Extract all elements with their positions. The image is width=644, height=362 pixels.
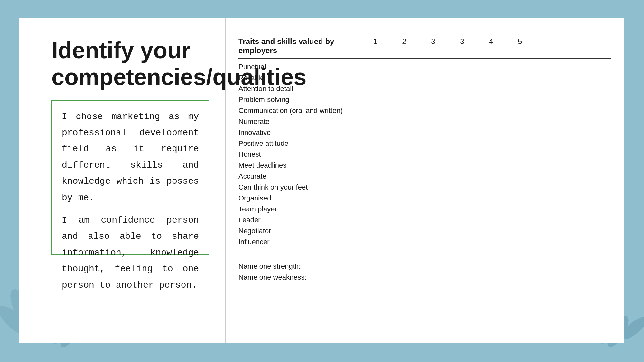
trait-name: Influencer bbox=[238, 238, 361, 246]
trait-cell bbox=[361, 150, 390, 159]
trait-cell bbox=[419, 107, 448, 115]
table-row: Numerate bbox=[238, 116, 611, 127]
trait-cell bbox=[506, 205, 535, 213]
trait-cell bbox=[477, 216, 506, 224]
trait-name: Organised bbox=[238, 194, 361, 202]
slide-title: Identify your competencies/qualities bbox=[51, 37, 209, 90]
trait-cell bbox=[361, 85, 390, 93]
trait-cell bbox=[361, 205, 390, 213]
trait-cell bbox=[477, 128, 506, 137]
trait-cell bbox=[390, 107, 419, 115]
trait-name: Problem-solving bbox=[238, 96, 361, 104]
text-box: I chose marketing as my professional dev… bbox=[51, 100, 209, 255]
trait-cell bbox=[448, 161, 477, 170]
trait-cell bbox=[390, 216, 419, 224]
trait-cell bbox=[477, 74, 506, 82]
strength-label: Name one strength: bbox=[238, 262, 611, 271]
trait-cell bbox=[361, 139, 390, 148]
trait-name: Innovative bbox=[238, 128, 361, 137]
trait-cell bbox=[419, 227, 448, 235]
trait-cell bbox=[390, 238, 419, 246]
trait-cell bbox=[361, 183, 390, 191]
trait-cell bbox=[477, 238, 506, 246]
summary-section: Name one strength: Name one weakness: bbox=[238, 261, 611, 282]
trait-cell bbox=[448, 128, 477, 137]
table-row: Meet deadlines bbox=[238, 160, 611, 171]
trait-cell bbox=[477, 63, 506, 71]
trait-cell bbox=[448, 205, 477, 213]
trait-cell bbox=[448, 216, 477, 224]
left-panel: Identify your competencies/qualities I c… bbox=[19, 18, 225, 343]
trait-cell bbox=[419, 238, 448, 246]
trait-cell bbox=[506, 63, 535, 71]
trait-cell bbox=[390, 96, 419, 104]
trait-cell bbox=[390, 161, 419, 170]
trait-cell bbox=[361, 194, 390, 202]
trait-cell bbox=[419, 117, 448, 126]
trait-cell bbox=[419, 172, 448, 181]
table-row: Problem-solving bbox=[238, 94, 611, 105]
trait-cell bbox=[419, 96, 448, 104]
trait-cell bbox=[390, 139, 419, 148]
trait-cell bbox=[390, 205, 419, 213]
trait-cell bbox=[477, 172, 506, 181]
trait-cell bbox=[477, 96, 506, 104]
table-row: Negotiator bbox=[238, 226, 611, 237]
trait-cell bbox=[419, 63, 448, 71]
trait-name: Honest bbox=[238, 150, 361, 159]
trait-cell bbox=[477, 183, 506, 191]
trait-cell bbox=[506, 128, 535, 137]
trait-cell bbox=[506, 96, 535, 104]
table-row: Accurate bbox=[238, 171, 611, 182]
text-paragraph-2: I am confidence person and also able to … bbox=[62, 212, 199, 293]
trait-name: Accurate bbox=[238, 172, 361, 181]
trait-cell bbox=[419, 161, 448, 170]
trait-cell bbox=[506, 172, 535, 181]
trait-cell bbox=[419, 150, 448, 159]
col-3b-header: 3 bbox=[448, 37, 477, 55]
trait-name: Meet deadlines bbox=[238, 161, 361, 170]
trait-cell bbox=[419, 139, 448, 148]
slide-container: Identify your competencies/qualities I c… bbox=[19, 18, 624, 343]
trait-cell bbox=[448, 63, 477, 71]
trait-cell bbox=[506, 161, 535, 170]
trait-cell bbox=[390, 150, 419, 159]
trait-cell bbox=[448, 117, 477, 126]
trait-name: Can think on your feet bbox=[238, 183, 361, 191]
trait-cell bbox=[361, 227, 390, 235]
trait-cell bbox=[419, 183, 448, 191]
trait-cell bbox=[448, 150, 477, 159]
trait-cell bbox=[506, 216, 535, 224]
trait-cell bbox=[506, 227, 535, 235]
trait-cell bbox=[361, 63, 390, 71]
col-3a-header: 3 bbox=[419, 37, 448, 55]
trait-cell bbox=[448, 96, 477, 104]
trait-cell bbox=[448, 172, 477, 181]
trait-cell bbox=[361, 238, 390, 246]
trait-cell bbox=[390, 74, 419, 82]
table-row: Influencer bbox=[238, 237, 611, 247]
trait-cell bbox=[390, 172, 419, 181]
trait-cell bbox=[448, 74, 477, 82]
trait-cell bbox=[361, 107, 390, 115]
trait-cell bbox=[419, 85, 448, 93]
table-row: Communication (oral and written) bbox=[238, 105, 611, 116]
trait-cell bbox=[477, 85, 506, 93]
col-5-header: 5 bbox=[506, 37, 535, 55]
trait-cell bbox=[506, 150, 535, 159]
trait-cell bbox=[477, 161, 506, 170]
trait-cell bbox=[506, 117, 535, 126]
table-row: Organised bbox=[238, 193, 611, 204]
trait-cell bbox=[361, 216, 390, 224]
table-row: Team player bbox=[238, 204, 611, 215]
trait-cell bbox=[448, 238, 477, 246]
trait-cell bbox=[506, 194, 535, 202]
trait-cell bbox=[477, 150, 506, 159]
trait-cell bbox=[448, 85, 477, 93]
trait-cell bbox=[477, 139, 506, 148]
trait-cell bbox=[448, 139, 477, 148]
trait-cell bbox=[477, 205, 506, 213]
trait-cell bbox=[390, 85, 419, 93]
table-row: Innovative bbox=[238, 127, 611, 138]
table-row: Positive attitude bbox=[238, 138, 611, 149]
